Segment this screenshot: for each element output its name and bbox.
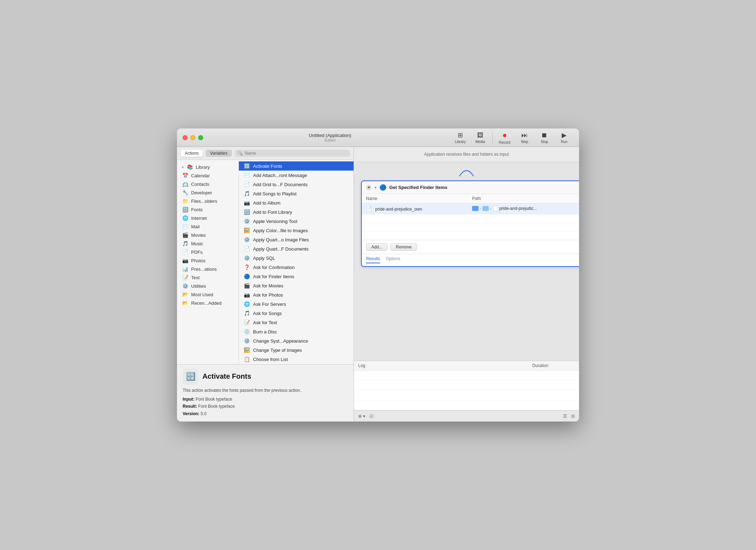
maximize-button[interactable] [198,135,203,140]
record-button[interactable]: ● Record [496,129,514,146]
run-icon: ▶ [562,131,567,139]
calendar-icon: 📅 [182,173,188,178]
add-font-lib-icon: 🔡 [243,209,250,215]
bottom-bar: ⊕ ▾ ☑ ☰ ⊟ [354,410,579,422]
check-button[interactable]: ☑ [370,414,373,419]
workflow-header: Application receives files and folders a… [354,147,579,162]
table-row[interactable]: 📄 pride-and-prejudice_own › › [362,204,579,214]
recently-added-icon: 📂 [182,300,188,306]
music-icon: 🎵 [182,241,188,246]
list-view-button[interactable]: ☰ [563,414,567,419]
action-activate-fonts[interactable]: 🔡 Activate Fonts [239,161,354,171]
action-version-line: Version: 5.0 [183,410,348,417]
tab-options[interactable]: Options [386,256,400,263]
workflow-header-text: Application receives files and folders a… [424,152,509,157]
sidebar-item-pdfs[interactable]: 📄 PDFs [178,248,237,256]
sidebar-item-movies[interactable]: 🎬 Movies [178,231,237,239]
action-apply-quart-img[interactable]: ⚙️ Apply Quart...o Image Files [239,235,354,244]
action-label-apply-quart-doc: Apply Quart...F Documents [253,246,309,252]
action-add-grid[interactable]: 📄 Add Grid to...F Documents [239,180,354,189]
action-apple-version[interactable]: ⚙️ Apple Versioning Tool [239,217,354,226]
sidebar-item-presentations[interactable]: 📊 Pres...ations [178,265,237,273]
action-apply-quart-doc[interactable]: 📄 Apply Quart...F Documents [239,244,354,253]
action-add-songs[interactable]: 🎵 Add Songs to Playlist [239,189,354,198]
action-label-ask-photos: Ask for Photos [253,292,283,298]
log-row-1 [354,371,579,380]
action-apply-sql[interactable]: ⚙️ Apply SQL [239,253,354,263]
sidebar-item-utilities[interactable]: ⚙️ Utilities [178,282,237,290]
grid-view-button[interactable]: ⊟ [571,414,575,419]
action-apply-color[interactable]: 🖼️ Apply Color...file to Images [239,226,354,235]
action-ask-photos[interactable]: 📷 Ask for Photos [239,290,354,299]
action-ask-songs[interactable]: 🎵 Ask for Songs [239,309,354,318]
library-label: Library [455,140,466,144]
sidebar-item-mail[interactable]: ✉️ Mail [178,222,237,231]
sidebar-item-internet[interactable]: 🌐 Internet [178,214,237,222]
library-group-header[interactable]: ▾ 📚 Library [178,163,237,171]
action-change-syst[interactable]: ⚙️ Change Syst...Appearance [239,336,354,345]
action-add-font-lib[interactable]: 🔡 Add to Font Library [239,207,354,217]
apply-color-icon: 🖼️ [243,228,250,233]
workflow-canvas[interactable]: ✕ ▾ 🔵 Get Specified Finder Items Name [354,162,579,361]
sidebar-item-photos[interactable]: 📷 Photos [178,256,237,265]
sidebar-item-recently-added[interactable]: 📂 Recen...Added [178,299,237,307]
action-burn-disc[interactable]: 💿 Burn a Disc [239,327,354,336]
action-label-change-img-type: Change Type of Images [253,348,302,353]
sidebar-item-text[interactable]: 📝 Text [178,273,237,282]
log-row-3 [354,390,579,400]
close-button[interactable] [183,135,188,140]
library-cat-label: Library [196,165,210,170]
check-icon: ☑ [370,414,373,419]
media-button[interactable]: 🖼 Media [471,130,489,145]
path-text: pride-and-prejudic... [499,206,537,211]
sidebar-item-fonts[interactable]: 🔡 Fonts [178,205,237,214]
actions-tab[interactable]: Actions [181,150,203,157]
library-button[interactable]: ⊞ Library [451,130,470,145]
tab-spacer [362,263,579,266]
action-add-album[interactable]: 📷 Add to Album [239,198,354,207]
sidebar-item-developer[interactable]: 🔧 Developer [178,188,237,197]
sidebar-item-contacts[interactable]: 📇 Contacts [178,180,237,188]
sidebar-item-most-used[interactable]: 📂 Most Used [178,290,237,299]
tab-results[interactable]: Results [366,256,380,263]
remove-button[interactable]: Remove [390,243,417,251]
action-change-img-type[interactable]: 🖼️ Change Type of Images [239,345,354,355]
apply-quart-img-icon: ⚙️ [243,237,250,242]
sidebar-item-calendar[interactable]: 📅 Calendar [178,171,237,180]
step-button[interactable]: ⏭ Step [515,130,534,145]
action-ask-finder[interactable]: 🔵 Ask for Finder Items [239,272,354,281]
add-button[interactable]: Add... [366,243,388,251]
zoom-icon: ⊕ [358,414,362,419]
zoom-button[interactable]: ⊕ ▾ [358,414,365,419]
action-ask-confirm[interactable]: ❓ Ask for Confirmation [239,263,354,272]
log-area: Log Duration [354,361,579,410]
run-button[interactable]: ▶ Run [555,130,573,145]
add-album-icon: 📷 [243,200,250,206]
action-choose-list[interactable]: 📋 Choose from List [239,355,354,364]
ask-text-icon: 📝 [243,320,250,325]
collapse-icon[interactable]: ▾ [374,185,377,190]
traffic-lights [183,135,203,140]
action-ask-movies[interactable]: 🎬 Ask for Movies [239,281,354,290]
action-label-change-syst: Change Syst...Appearance [253,338,308,344]
change-img-type-icon: 🖼️ [243,347,250,353]
minimize-button[interactable] [190,135,195,140]
action-add-attach[interactable]: ✉️ Add Attach...ront Message [239,171,354,180]
record-label: Record [499,141,510,144]
stop-button[interactable]: ⏹ Stop [535,130,554,145]
search-input[interactable] [245,151,348,156]
sidebar-item-music[interactable]: 🎵 Music [178,239,237,248]
finder-table: Name Path 📄 pride-and [362,194,579,240]
title-info: Untitled (Application) Edited [209,133,451,142]
cat-label-recently-added: Recen...Added [191,300,222,306]
action-label-ask-servers: Ask For Servers [253,302,286,307]
sidebar-item-files[interactable]: 📁 Files...olders [178,197,237,205]
cat-label-internet: Internet [191,216,207,221]
action-ask-servers[interactable]: 🌐 Ask For Servers [239,299,354,309]
grid-view-icon: ⊟ [571,414,575,419]
sidebar-top: Actions Variables 🔍 [177,147,354,160]
finder-card-close-button[interactable]: ✕ [366,185,372,190]
variables-tab[interactable]: Variables [206,150,231,157]
finder-card-icon: 🔵 [379,184,386,191]
action-ask-text[interactable]: 📝 Ask for Text [239,318,354,327]
